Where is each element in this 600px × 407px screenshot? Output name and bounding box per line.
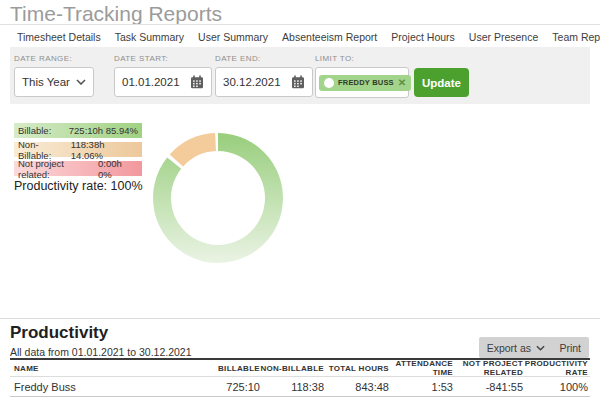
col-name: NAME	[14, 364, 196, 373]
col-not-project-related: NOT PROJECT RELATED	[453, 359, 523, 377]
page-title: Time-Tracking Reports	[10, 2, 222, 26]
calendar-icon[interactable]	[291, 75, 305, 89]
date-start-input[interactable]	[122, 76, 186, 88]
cell-not-project-related: -841:55	[453, 381, 523, 393]
date-end-box	[215, 67, 313, 97]
report-subtitle: All data from 01.01.2021 to 30.12.2021	[10, 346, 192, 358]
date-range-select[interactable]: This Year	[14, 67, 94, 97]
cell-attendance-time: 1:53	[389, 381, 453, 393]
date-start-box	[114, 67, 212, 97]
export-as-button[interactable]: Export as	[479, 337, 553, 358]
legend-value: 0:00h 0%	[98, 158, 138, 180]
tag-avatar-circle	[324, 78, 334, 88]
tab-user-summary[interactable]: User Summary	[191, 27, 275, 47]
productivity-donut-chart	[153, 133, 283, 263]
date-end-input[interactable]	[223, 76, 287, 88]
tag-label: FREDDY BUSS	[338, 78, 394, 87]
report-heading: Productivity	[10, 323, 108, 343]
user-tag: FREDDY BUSS ✕	[319, 75, 411, 91]
date-range-label: DATE RANGE:	[14, 54, 94, 63]
productivity-rate-text: Productivity rate: 100%	[14, 179, 143, 193]
tab-task-summary[interactable]: Task Summary	[108, 27, 191, 47]
report-tabs: Timesheet Details Task Summary User Summ…	[10, 27, 594, 47]
chevron-down-icon	[536, 345, 545, 351]
legend-label: Not project related:	[18, 158, 98, 180]
col-total-hours: TOTAL HOURS	[324, 364, 389, 373]
date-start-label: DATE START:	[114, 54, 212, 63]
cell-name: Freddy Buss	[14, 381, 196, 393]
legend-item-not-project-related: Not project related: 0:00h 0%	[14, 161, 142, 176]
cell-non-billable: 118:38	[260, 381, 324, 393]
col-non-billable: NON-BILLABLE	[260, 364, 324, 373]
date-range-value: This Year	[22, 76, 70, 88]
legend-label: Billable:	[18, 125, 51, 136]
legend-item-non-billable: Non-Billable: 118:38h 14.06%	[14, 142, 142, 157]
tab-absenteeism-report[interactable]: Absenteeism Report	[275, 27, 384, 47]
date-range-group: DATE RANGE: This Year	[14, 54, 94, 97]
limit-to-label: LIMIT TO:	[315, 54, 409, 63]
date-end-label: DATE END:	[215, 54, 313, 63]
tab-timesheet-details[interactable]: Timesheet Details	[10, 27, 108, 47]
cell-total-hours: 843:48	[324, 381, 389, 393]
chevron-down-icon	[76, 79, 86, 85]
export-as-label: Export as	[487, 342, 531, 354]
header-divider	[0, 24, 600, 25]
col-billable: BILLABLE	[196, 364, 260, 373]
table-row[interactable]: Freddy Buss 725:10 118:38 843:48 1:53 -8…	[10, 376, 590, 397]
productivity-table: NAME BILLABLE NON-BILLABLE TOTAL HOURS A…	[10, 358, 590, 397]
cell-productivity-rate: 100%	[523, 381, 588, 393]
limit-to-box[interactable]: FREDDY BUSS ✕	[315, 67, 409, 98]
tab-team-report[interactable]: Team Report	[545, 27, 600, 47]
filter-bar: DATE RANGE: This Year DATE START: DATE E…	[10, 47, 590, 104]
date-end-group: DATE END:	[215, 54, 313, 97]
tag-remove-icon[interactable]: ✕	[398, 78, 406, 88]
legend-item-billable: Billable: 725:10h 85.94%	[14, 123, 142, 138]
donut-segment-non-billable[interactable]	[170, 133, 216, 166]
date-start-group: DATE START:	[114, 54, 212, 97]
col-attendance-time: ATTENDANCE TIME	[389, 359, 453, 377]
legend-value: 725:10h 85.94%	[69, 125, 138, 136]
limit-to-group: LIMIT TO: FREDDY BUSS ✕	[315, 54, 409, 98]
table-header-row: NAME BILLABLE NON-BILLABLE TOTAL HOURS A…	[10, 358, 590, 376]
col-productivity-rate: PRODUCTIVITY RATE	[523, 359, 588, 377]
update-button[interactable]: Update	[414, 68, 469, 97]
calendar-icon[interactable]	[190, 75, 204, 89]
section-divider	[0, 318, 600, 319]
tab-user-presence[interactable]: User Presence	[462, 27, 545, 47]
cell-billable: 725:10	[196, 381, 260, 393]
print-button[interactable]: Print	[551, 337, 589, 358]
tab-project-hours[interactable]: Project Hours	[384, 27, 462, 47]
print-label: Print	[559, 342, 581, 354]
